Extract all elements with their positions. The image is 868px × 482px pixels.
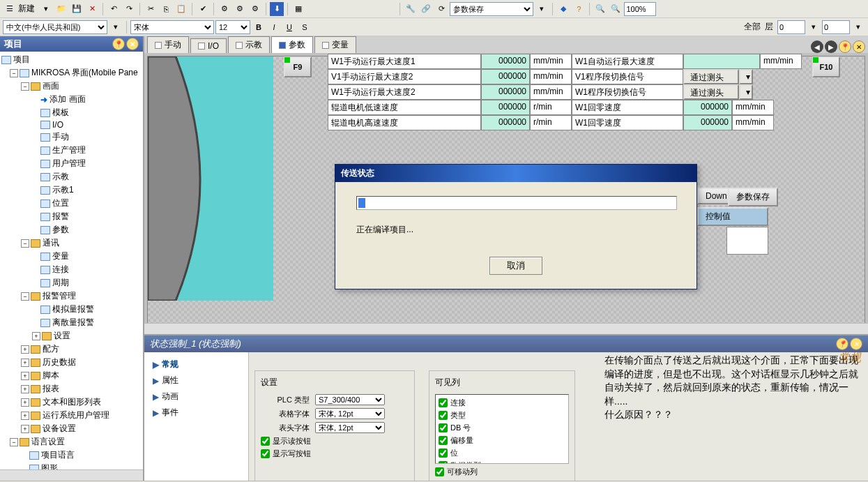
- tree-conn[interactable]: 连接: [1, 263, 142, 276]
- prop-close-icon[interactable]: ✕: [850, 338, 862, 350]
- check-icon[interactable]: ✔: [196, 2, 210, 16]
- tree-param[interactable]: 参数: [1, 223, 142, 236]
- tree-recipe[interactable]: +配方: [1, 342, 142, 356]
- spin1-icon[interactable]: ▾: [807, 20, 821, 34]
- tree-textlist[interactable]: +文本和图形列表: [1, 396, 142, 409]
- close-panel-icon[interactable]: ✕: [126, 38, 139, 50]
- nav-event[interactable]: ▶事件: [149, 405, 244, 421]
- tree-cycle[interactable]: 周期: [1, 276, 142, 289]
- dropdown2-icon[interactable]: ▾: [535, 2, 549, 16]
- dropdown-icon[interactable]: ▾: [739, 84, 753, 100]
- control-val-btn[interactable]: 控制值: [697, 207, 768, 226]
- tab-param[interactable]: 参数: [271, 36, 313, 53]
- font-select[interactable]: 宋体: [130, 20, 214, 34]
- close-icon[interactable]: ✕: [85, 2, 99, 16]
- grid-font-select[interactable]: 宋体, 12pt: [315, 408, 385, 419]
- cut-icon[interactable]: ✂: [144, 2, 158, 16]
- tree-alarmmgmt[interactable]: −报警管理: [1, 289, 142, 303]
- tree-hist[interactable]: +历史数据: [1, 356, 142, 369]
- tree-user[interactable]: 用户管理: [1, 157, 142, 170]
- col-datatype-check[interactable]: [439, 461, 448, 464]
- tree-pos[interactable]: 位置: [1, 197, 142, 210]
- f10-btn[interactable]: F10: [812, 57, 840, 77]
- redo-icon[interactable]: ↷: [122, 2, 136, 16]
- tree-comm[interactable]: −通讯: [1, 236, 142, 250]
- tree-alarm[interactable]: 报警: [1, 210, 142, 223]
- nav-general[interactable]: ▶常规: [149, 356, 244, 372]
- col-offset-check[interactable]: [439, 436, 448, 445]
- nav-props[interactable]: ▶属性: [149, 372, 244, 389]
- wrench-icon[interactable]: 🔧: [404, 2, 418, 16]
- tab-manual[interactable]: 手动: [147, 36, 189, 53]
- movable-col-check[interactable]: [435, 467, 444, 476]
- cancel-button[interactable]: 取消: [489, 257, 542, 275]
- undo-icon[interactable]: ↶: [107, 2, 121, 16]
- fontsize-select[interactable]: 12: [215, 20, 250, 34]
- zoom-input[interactable]: [624, 2, 656, 16]
- tool2-icon[interactable]: ⚙: [233, 2, 247, 16]
- align-icon[interactable]: ▦: [291, 2, 305, 16]
- pushpin-icon[interactable]: 📍: [112, 38, 125, 50]
- save-param-btn[interactable]: 参数保存: [728, 188, 778, 206]
- tree-screens[interactable]: −画面: [1, 80, 142, 93]
- tree-prod[interactable]: 生产管理: [1, 144, 142, 157]
- tree-langset[interactable]: −语言设置: [1, 435, 142, 449]
- col-type-check[interactable]: [439, 411, 448, 420]
- col-conn-check[interactable]: [439, 398, 448, 407]
- diamond-icon[interactable]: ◆: [556, 2, 570, 16]
- tree-scrollbar[interactable]: [0, 469, 143, 481]
- tree-template[interactable]: 模板: [1, 106, 142, 119]
- layer-num1[interactable]: [777, 20, 805, 34]
- zoomout-icon[interactable]: 🔍: [609, 2, 623, 16]
- tab-prev-icon[interactable]: ◀: [811, 40, 823, 53]
- tree-root[interactable]: 项目: [1, 53, 142, 66]
- link-icon[interactable]: 🔗: [419, 2, 433, 16]
- copy-icon[interactable]: ⎘: [159, 2, 173, 16]
- tab-teach[interactable]: 示教: [228, 36, 270, 53]
- paste-icon[interactable]: 📋: [174, 2, 188, 16]
- tree-io[interactable]: I/O: [1, 119, 142, 130]
- strike-icon[interactable]: S: [298, 20, 312, 34]
- tab-close-icon[interactable]: ✕: [853, 40, 865, 53]
- nav-anim[interactable]: ▶动画: [149, 389, 244, 405]
- tree-projlang[interactable]: 项目语言: [1, 449, 142, 462]
- tree-teach1[interactable]: 示教1: [1, 183, 142, 197]
- tree-manual[interactable]: 手动: [1, 130, 142, 144]
- save-icon[interactable]: 💾: [70, 2, 84, 16]
- tree-settings[interactable]: +设置: [1, 329, 142, 342]
- value-box[interactable]: [726, 227, 768, 255]
- open-icon[interactable]: 📁: [54, 2, 68, 16]
- tree-rtuser[interactable]: +运行系统用户管理: [1, 409, 142, 422]
- col-db-check[interactable]: [439, 423, 448, 432]
- tab-next-icon[interactable]: ▶: [825, 40, 837, 53]
- dropdown-icon[interactable]: ▾: [39, 2, 53, 16]
- tree-teach[interactable]: 示教: [1, 170, 142, 183]
- tool3-icon[interactable]: ⚙: [248, 2, 262, 16]
- italic-icon[interactable]: I: [267, 20, 281, 34]
- canvas-scroll-h[interactable]: [144, 323, 868, 334]
- plc-type-select[interactable]: S7_300/400: [315, 394, 385, 405]
- help-icon[interactable]: ?: [572, 2, 586, 16]
- new-btn-label[interactable]: 新建: [18, 3, 35, 15]
- refresh-icon[interactable]: ⟳: [434, 2, 448, 16]
- tree-add-screen[interactable]: ➜ 添加 画面: [1, 93, 142, 106]
- tab-var[interactable]: 变量: [314, 36, 356, 53]
- tool-icon[interactable]: ⚙: [218, 2, 231, 16]
- menu-icon[interactable]: ☰: [3, 2, 17, 16]
- underline-icon[interactable]: U: [282, 20, 296, 34]
- language-select[interactable]: 中文(中华人民共和国): [3, 20, 107, 34]
- zoomin-icon[interactable]: 🔍: [593, 2, 607, 16]
- tree-analog[interactable]: 模拟量报警: [1, 303, 142, 316]
- tree-script[interactable]: +脚本: [1, 369, 142, 382]
- dropdown3-icon[interactable]: ▾: [109, 20, 123, 34]
- show-read-check[interactable]: [261, 437, 270, 446]
- f9-btn[interactable]: F9: [284, 57, 312, 77]
- tree-report[interactable]: +报表: [1, 382, 142, 396]
- spin2-icon[interactable]: ▾: [851, 20, 865, 34]
- col-bit-check[interactable]: [439, 449, 448, 458]
- bold-icon[interactable]: B: [252, 20, 266, 34]
- tree-device[interactable]: −MIKROSA 界面(Mobile Pane: [1, 66, 142, 80]
- prop-pin-icon[interactable]: 📍: [836, 338, 848, 350]
- show-write-check[interactable]: [261, 449, 270, 458]
- tree-discrete[interactable]: 离散量报警: [1, 316, 142, 329]
